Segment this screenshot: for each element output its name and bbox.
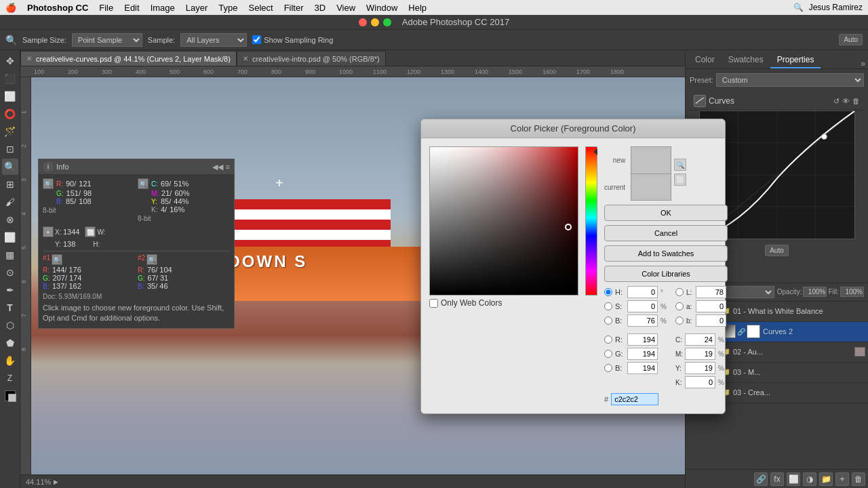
delete-layer-btn[interactable]: 🗑 <box>852 472 865 486</box>
a-input[interactable] <box>696 300 726 312</box>
new-layer-btn[interactable]: + <box>835 472 849 486</box>
lasso-tool[interactable]: ⭕ <box>2 106 18 122</box>
show-sampling-ring-label[interactable]: Show Sampling Ring <box>252 35 333 44</box>
eraser-tool[interactable]: ⬜ <box>2 229 18 245</box>
menu-edit[interactable]: Edit <box>124 3 139 13</box>
brush-tool[interactable]: 🖌 <box>2 194 18 210</box>
text-tool[interactable]: T <box>2 300 18 316</box>
s-radio[interactable] <box>604 302 612 310</box>
search-icon[interactable]: 🔍 <box>793 3 804 12</box>
h-radio[interactable] <box>604 288 612 296</box>
g-input[interactable] <box>627 348 658 360</box>
menu-type[interactable]: Type <box>218 3 237 13</box>
menu-3d[interactable]: 3D <box>315 3 326 13</box>
l-input[interactable] <box>696 286 726 298</box>
b-input[interactable] <box>627 314 658 327</box>
b2-radio[interactable] <box>604 364 612 372</box>
auto-button[interactable]: Auto <box>839 34 863 45</box>
doc-tab-close-btn[interactable]: ✕ <box>26 55 32 62</box>
add-adjustment-btn[interactable]: ◑ <box>803 472 816 486</box>
r-input[interactable] <box>627 333 658 346</box>
dodge-tool[interactable]: ⊙ <box>2 264 18 281</box>
menu-file[interactable]: File <box>99 3 113 13</box>
h-input[interactable] <box>627 286 658 298</box>
menu-image[interactable]: Image <box>151 3 175 13</box>
hand-tool[interactable]: ✋ <box>2 352 18 369</box>
add-group-btn[interactable]: 📁 <box>819 472 833 486</box>
color-swatch-small-btn[interactable]: ⬜ <box>674 174 686 186</box>
b3-input[interactable] <box>696 314 726 327</box>
maximize-button[interactable] <box>383 18 391 26</box>
g-radio[interactable] <box>604 350 612 358</box>
y-input[interactable] <box>685 362 715 374</box>
doc-tab-curves[interactable]: ✕ creativelive-curves.psd @ 44.1% (Curve… <box>20 51 237 66</box>
close-button[interactable] <box>359 18 367 26</box>
info-menu-btn[interactable]: ≡ <box>226 163 230 171</box>
color-libraries-button[interactable]: Color Libraries <box>604 266 728 282</box>
menu-layer[interactable]: Layer <box>186 3 208 13</box>
a-radio[interactable] <box>675 302 684 310</box>
add-style-btn[interactable]: fx <box>770 472 784 486</box>
ok-button[interactable]: OK <box>604 205 728 221</box>
cancel-button[interactable]: Cancel <box>604 225 728 241</box>
menu-filter[interactable]: Filter <box>284 3 304 13</box>
b3-radio[interactable] <box>675 317 684 325</box>
crop-tool[interactable]: ⊡ <box>2 141 18 157</box>
foreground-color[interactable] <box>5 390 16 401</box>
shape-tool[interactable]: ⬟ <box>2 335 18 351</box>
b2-input[interactable] <box>627 362 658 374</box>
gradient-tool[interactable]: ▦ <box>2 247 18 263</box>
color-spectrum[interactable] <box>429 146 578 296</box>
menu-view[interactable]: View <box>336 3 355 13</box>
fill-input[interactable] <box>840 287 864 297</box>
show-sampling-ring-checkbox[interactable] <box>252 35 261 44</box>
delete-icon[interactable]: 🗑 <box>852 97 860 106</box>
link-layers-btn[interactable]: 🔗 <box>754 472 768 486</box>
doc-tab-intro[interactable]: ✕ creativelive-intro.psd @ 50% (RGB/8*) <box>237 51 386 66</box>
only-web-colors-checkbox[interactable] <box>429 299 438 308</box>
ruler-mark: 1300 <box>441 68 475 75</box>
refresh-icon[interactable]: ↺ <box>833 97 840 106</box>
sample-select[interactable]: All Layers Current Layer <box>180 33 247 47</box>
hex-input[interactable] <box>611 393 658 405</box>
tab-properties[interactable]: Properties <box>770 52 821 68</box>
preset-select[interactable]: Custom <box>716 73 864 87</box>
r-radio[interactable] <box>604 336 612 344</box>
panel-collapse-btn[interactable]: » <box>861 59 865 68</box>
auto-curves-btn[interactable]: Auto <box>765 245 789 256</box>
info-collapse-btn[interactable]: ◀◀ <box>212 163 223 171</box>
add-mask-btn[interactable]: ⬜ <box>787 472 800 486</box>
clone-tool[interactable]: ⊗ <box>2 211 18 228</box>
b-radio[interactable] <box>604 317 612 325</box>
move-tool[interactable]: ✥ <box>2 53 18 69</box>
tab-color[interactable]: Color <box>688 52 722 68</box>
rectangular-marquee-tool[interactable]: ⬜ <box>2 88 18 104</box>
apple-menu[interactable]: 🍎 <box>5 3 16 13</box>
color-picker-eyedropper-btn[interactable]: 🔍 <box>674 159 686 171</box>
sample-size-select[interactable]: Point Sample 3 by 3 Average 5 by 5 Avera… <box>72 33 142 47</box>
path-tool[interactable]: ⬡ <box>2 317 18 333</box>
k-input[interactable] <box>685 376 715 388</box>
l-radio[interactable] <box>675 288 684 296</box>
menu-select[interactable]: Select <box>248 3 273 13</box>
doc-tab-intro-close[interactable]: ✕ <box>243 55 248 62</box>
eyedropper-tool[interactable]: 🔍 <box>2 159 18 175</box>
c-input[interactable] <box>685 333 715 346</box>
add-to-swatches-button[interactable]: Add to Swatches <box>604 245 728 262</box>
heal-tool[interactable]: ⊞ <box>2 176 18 192</box>
pen-tool[interactable]: ✒ <box>2 282 18 298</box>
hue-slider[interactable] <box>585 146 597 296</box>
quick-select-tool[interactable]: 🪄 <box>2 123 18 140</box>
artboard-tool[interactable]: ⬛ <box>2 70 18 87</box>
minimize-button[interactable] <box>371 18 379 26</box>
menu-window[interactable]: Window <box>366 3 397 13</box>
visibility-icon[interactable]: 👁 <box>842 97 850 106</box>
tab-swatches[interactable]: Swatches <box>722 52 770 68</box>
menu-help[interactable]: Help <box>408 3 427 13</box>
opacity-input[interactable] <box>803 287 827 297</box>
background-color[interactable] <box>8 394 16 402</box>
m-input[interactable] <box>685 348 715 360</box>
s-input[interactable] <box>627 300 658 312</box>
zoom-tool[interactable]: Z <box>2 370 18 386</box>
expand-arrow[interactable]: ▶ <box>54 479 58 485</box>
